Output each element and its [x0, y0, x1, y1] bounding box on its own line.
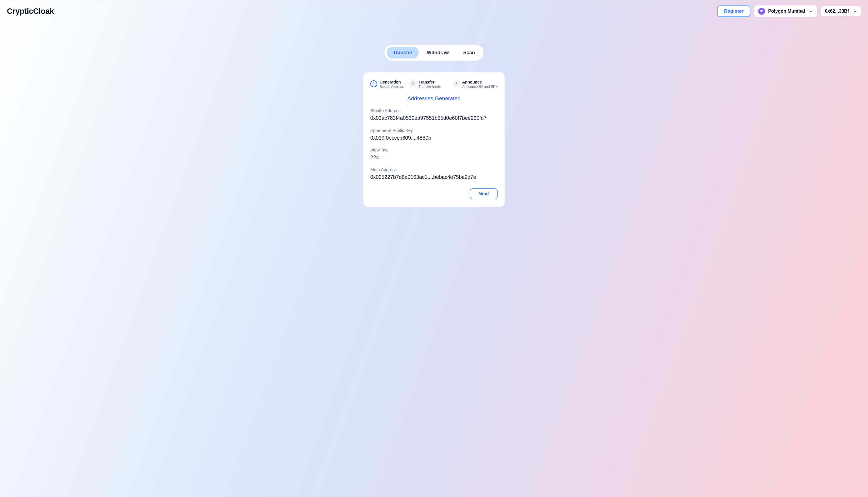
main-card: 1 Generation Stealth Address 2 Transfer … [363, 72, 505, 207]
step-subtitle: Stealth Address [380, 85, 404, 89]
polygon-icon [758, 8, 765, 15]
network-name: Polygon Mumbai [768, 9, 805, 14]
step-announce[interactable]: 3 Announce Announce SA and EPK [453, 80, 498, 89]
tabs: Transfer Withdraw Scan [384, 45, 484, 61]
step-title: Announce [462, 80, 498, 85]
ephemeral-public-key-value: 0x039f0ecccb609....4880b [370, 134, 498, 142]
stealth-address-value: 0x03ac783f4a0539ea97551b55d0e60f7bee260f… [370, 115, 498, 122]
view-tag-field: View Tag 224 [370, 147, 498, 161]
step-generation[interactable]: 1 Generation Stealth Address [370, 80, 404, 89]
step-number: 2 [409, 80, 416, 87]
step-title: Generation [380, 80, 404, 85]
chevron-down-icon [809, 9, 813, 13]
next-button[interactable]: Next [470, 188, 498, 199]
wallet-address: 0x62...33Bf [825, 9, 849, 14]
step-separator: - [446, 80, 447, 86]
app-logo[interactable]: CrypticCloak [7, 7, 54, 16]
wallet-selector[interactable]: 0x62...33Bf [821, 6, 861, 16]
field-label: Meta Address [370, 167, 498, 172]
field-label: Stealth Address [370, 108, 498, 113]
stepper: 1 Generation Stealth Address 2 Transfer … [370, 80, 498, 89]
step-subtitle: Announce SA and EPK [462, 85, 498, 89]
field-label: Ephemeral Public Key [370, 128, 498, 133]
network-selector[interactable]: Polygon Mumbai [754, 5, 817, 17]
tab-withdraw[interactable]: Withdraw [421, 47, 455, 58]
field-label: View Tag [370, 147, 498, 152]
register-button[interactable]: Register [717, 5, 750, 17]
step-number: 3 [453, 80, 460, 87]
tab-transfer[interactable]: Transfer [387, 47, 419, 58]
step-subtitle: Transfer funds [418, 85, 441, 89]
step-title: Transfer [418, 80, 441, 85]
step-number: 1 [370, 80, 377, 87]
result-heading: Addresses Generated [370, 95, 498, 102]
chevron-down-icon [853, 9, 857, 13]
meta-address-value: 0x025227b7d6a0163ac1....bebac4e75ba2d7e [370, 174, 498, 181]
step-transfer[interactable]: 2 Transfer Transfer funds [409, 80, 441, 89]
view-tag-value: 224 [370, 154, 498, 161]
meta-address-field: Meta Address 0x025227b7d6a0163ac1....beb… [370, 167, 498, 181]
tab-scan[interactable]: Scan [457, 47, 481, 58]
ephemeral-public-key-field: Ephemeral Public Key 0x039f0ecccb609....… [370, 128, 498, 142]
stealth-address-field: Stealth Address 0x03ac783f4a0539ea97551b… [370, 108, 498, 122]
